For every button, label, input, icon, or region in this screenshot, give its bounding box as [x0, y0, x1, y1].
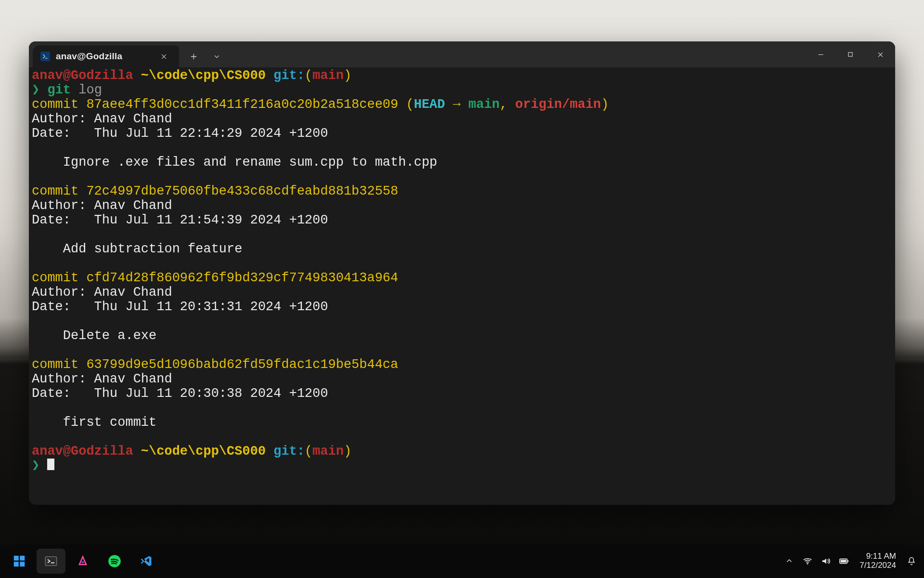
- svg-rect-3: [14, 562, 19, 566]
- svg-rect-10: [848, 560, 849, 562]
- tray-overflow-icon[interactable]: [783, 555, 795, 567]
- window-controls: [806, 41, 895, 67]
- taskbar-clock[interactable]: 9:11 AM 7/12/2024: [860, 552, 896, 570]
- svg-point-8: [807, 563, 808, 565]
- svg-rect-11: [841, 560, 847, 563]
- clock-date: 7/12/2024: [860, 561, 896, 570]
- powershell-icon: [40, 52, 50, 61]
- system-tray: 9:11 AM 7/12/2024: [783, 552, 924, 570]
- taskbar[interactable]: 9:11 AM 7/12/2024: [0, 544, 924, 578]
- start-button[interactable]: [5, 549, 34, 574]
- svg-rect-5: [45, 557, 56, 566]
- minimize-button[interactable]: [806, 41, 835, 67]
- terminal-window: anav@Godzilla anav@Godzill: [29, 41, 895, 505]
- tab-strip-actions: [179, 41, 226, 67]
- tab-close-button[interactable]: [157, 50, 170, 63]
- taskbar-app-arc[interactable]: [68, 549, 97, 574]
- maximize-button[interactable]: [835, 41, 865, 67]
- taskbar-app-spotify[interactable]: [100, 549, 129, 574]
- close-button[interactable]: [865, 41, 895, 67]
- tab-active[interactable]: anav@Godzilla: [33, 45, 179, 67]
- new-tab-button[interactable]: [184, 48, 203, 66]
- volume-icon[interactable]: [820, 555, 832, 567]
- taskbar-app-terminal[interactable]: [37, 549, 65, 574]
- notifications-icon[interactable]: [906, 555, 917, 567]
- svg-rect-0: [848, 53, 852, 56]
- wifi-icon[interactable]: [802, 555, 813, 567]
- taskbar-pinned-apps: [0, 549, 161, 574]
- terminal-output[interactable]: anav@Godzilla ~\code\cpp\CS000 git:(main…: [29, 67, 895, 505]
- taskbar-app-vscode[interactable]: [132, 549, 161, 574]
- tab-title: anav@Godzilla: [56, 51, 122, 62]
- titlebar-drag-region[interactable]: [226, 41, 806, 67]
- svg-rect-2: [20, 556, 25, 561]
- svg-rect-4: [20, 562, 25, 566]
- tab-dropdown-button[interactable]: [207, 48, 226, 66]
- battery-icon[interactable]: [838, 555, 850, 567]
- title-bar[interactable]: anav@Godzilla: [29, 41, 895, 67]
- svg-point-6: [82, 561, 84, 564]
- svg-rect-1: [14, 556, 19, 561]
- clock-time: 9:11 AM: [866, 552, 896, 561]
